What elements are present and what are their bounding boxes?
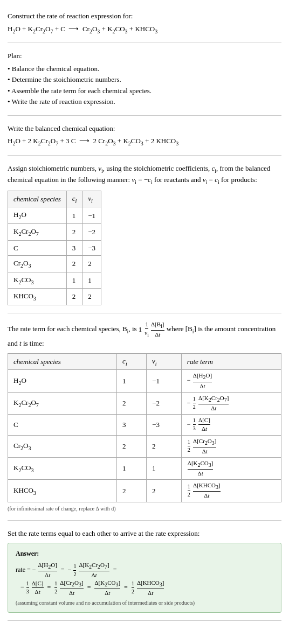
rate-term-khco3: 1 2 Δ[KHCO3] Δt <box>131 583 165 591</box>
plan-item-2: Determine the stoichiometric numbers. <box>8 74 281 85</box>
col-vi-2: νi <box>147 353 182 370</box>
table-row: K2CO3 1 1 Δ[K2CO3] Δt <box>8 457 281 479</box>
col-species: chemical species <box>8 191 67 207</box>
table-row: Cr2O3 2 2 <box>8 256 101 272</box>
plan-section: Plan: Balance the chemical equation. Det… <box>8 45 281 116</box>
rate-label: rate = <box>16 566 32 573</box>
balanced-section: Write the balanced chemical equation: H2… <box>8 118 281 156</box>
rate-term-c: − 1 3 Δ[C] Δt <box>20 583 46 591</box>
header-section: Construct the rate of reaction expressio… <box>8 5 281 43</box>
species-k2cr2o7: K2Cr2O7 <box>8 224 67 241</box>
rate-table: chemical species ci νi rate term H2O 1 −… <box>8 353 281 502</box>
table-row: Cr2O3 2 2 1 2 Δ[Cr2O3] Δt <box>8 435 281 457</box>
infinitesimal-note: (for infinitesimal rate of change, repla… <box>8 505 281 513</box>
header-label: Construct the rate of reaction expressio… <box>8 11 281 22</box>
col-rate-term: rate term <box>181 353 281 370</box>
stoich-table: chemical species ci νi H2O 1 −1 K2Cr2O7 … <box>8 191 101 305</box>
fraction-1-over-vi: 1 νi <box>144 321 149 338</box>
rate-term-intro: The rate term for each chemical species,… <box>8 321 281 349</box>
main-equation: H2O + K2Cr2O7 + C ⟶ Cr2O3 + K2CO3 + KHCO… <box>8 24 281 36</box>
rate-expression: rate = − Δ[H2O] Δt = − 1 2 Δ[K2Cr2O7] Δt <box>16 562 273 597</box>
table-row: C 3 −3 <box>8 240 101 256</box>
plan-item-4: Write the rate of reaction expression. <box>8 96 281 107</box>
plan-title: Plan: <box>8 51 281 61</box>
stoich-section: Assign stoichiometric numbers, νi, using… <box>8 158 281 313</box>
stoich-description: Assign stoichiometric numbers, νi, using… <box>8 163 281 186</box>
table-row: C 3 −3 − 1 3 Δ[C] Δt <box>8 415 281 435</box>
plan-item-1: Balance the chemical equation. <box>8 64 281 74</box>
col-ci-2: ci <box>117 353 147 370</box>
set-rate-terms-label: Set the rate terms equal to each other t… <box>8 528 281 539</box>
table-row: KHCO3 2 2 <box>8 289 101 305</box>
rate-term-cr2o3: 1 2 Δ[Cr2O3] Δt <box>54 583 85 591</box>
rate-expression-section: Set the rate terms equal to each other t… <box>8 523 281 621</box>
col-vi: νi <box>82 191 101 207</box>
species-cr2o3: Cr2O3 <box>8 256 67 272</box>
species-c: C <box>8 240 67 256</box>
rate-term-h2o: − Δ[H2O] Δt <box>32 566 59 573</box>
rate-term-k2cr2o7: − 1 2 Δ[K2Cr2O7] Δt <box>68 566 112 573</box>
species-k2co3: K2CO3 <box>8 272 67 289</box>
table-row: K2Cr2O7 2 −2 <box>8 224 101 241</box>
table-row: KHCO3 2 2 1 2 Δ[KHCO3] Δt <box>8 480 281 502</box>
answer-note: (assuming constant volume and no accumul… <box>16 599 273 607</box>
balanced-equation: H2O + 2 K2Cr2O7 + 3 C ⟶ 2 Cr2O3 + K2CO3 … <box>8 136 281 148</box>
table-row: K2Cr2O7 2 −2 − 1 2 Δ[K2Cr2O7] Δt <box>8 392 281 414</box>
species-khco3: KHCO3 <box>8 289 67 305</box>
rate-term-section: The rate term for each chemical species,… <box>8 316 281 521</box>
table-row: K2CO3 1 1 <box>8 272 101 289</box>
col-ci: ci <box>66 191 82 207</box>
col-species-2: chemical species <box>8 353 117 370</box>
fraction-delta-bi: Δ[Bi] Δt <box>151 321 164 338</box>
rate-term-k2co3: Δ[K2CO3] Δt <box>94 583 122 591</box>
table-row: H2O 1 −1 − Δ[H2O] Δt <box>8 370 281 392</box>
balanced-label: Write the balanced chemical equation: <box>8 123 281 134</box>
species-h2o: H2O <box>8 207 67 224</box>
plan-list: Balance the chemical equation. Determine… <box>8 64 281 107</box>
answer-title: Answer: <box>16 549 273 558</box>
table-row: H2O 1 −1 <box>8 207 101 224</box>
plan-item-3: Assemble the rate term for each chemical… <box>8 86 281 96</box>
answer-box: Answer: rate = − Δ[H2O] Δt = − 1 2 Δ[K2C… <box>8 543 281 613</box>
